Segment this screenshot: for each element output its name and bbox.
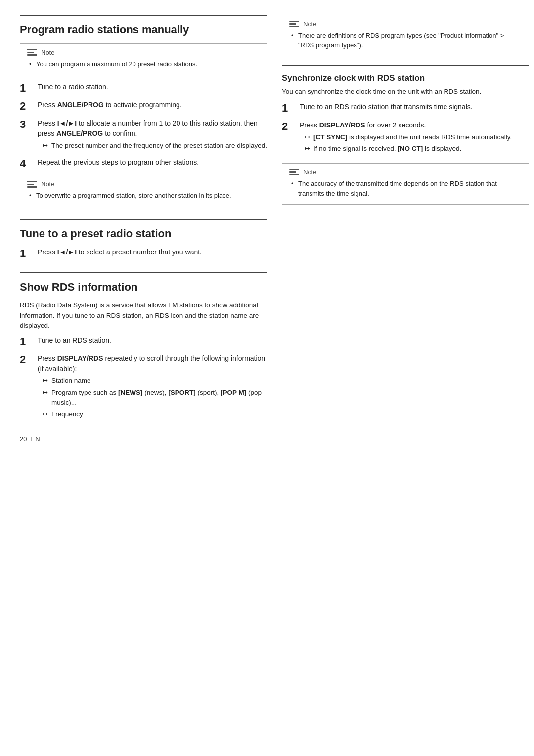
subbullet-1-3-1: The preset number and the frequency of t…	[43, 141, 267, 151]
step-content-sync-2: Press DISPLAY/RDS for over 2 seconds. [C…	[300, 120, 529, 156]
subbullet-list-1-3: The preset number and the frequency of t…	[38, 141, 267, 151]
section-title-program: Program radio stations manually	[20, 23, 267, 37]
subsection-title-sync: Synchronize clock with RDS station	[282, 73, 529, 83]
section-sync: Synchronize clock with RDS station You c…	[282, 65, 529, 205]
step-3-2: 2 Press DISPLAY/RDS repeatedly to scroll…	[20, 353, 267, 420]
note-header-right-1: Note	[289, 20, 522, 28]
step-content-3-1: Tune to an RDS station.	[38, 336, 267, 346]
step-num-1-4: 4	[20, 157, 32, 170]
lang-label: EN	[31, 435, 40, 443]
note-header-1: Note	[27, 49, 260, 56]
note-icon-1	[27, 49, 37, 56]
note-list-2: To overwrite a programmed station, store…	[27, 191, 260, 201]
step-content-sync-1: Tune to an RDS radio station that transm…	[300, 102, 529, 112]
note-header-right-2: Note	[289, 168, 522, 176]
step-content-2-1: Press I◄/►I to select a preset number th…	[38, 247, 267, 257]
note-item-2-1: To overwrite a programmed station, store…	[29, 191, 260, 201]
note-list-1: You can program a maximum of 20 preset r…	[27, 59, 260, 69]
step-num-sync-1: 1	[282, 102, 294, 115]
note-icon-right-2	[289, 169, 299, 176]
subbullet-list-sync-2: [CT SYNC] is displayed and the unit read…	[300, 132, 529, 154]
section-program: Program radio stations manually Note You…	[20, 15, 267, 207]
step-sync-1: 1 Tune to an RDS radio station that tran…	[282, 102, 529, 115]
bold-angle-prog-2: ANGLE/PROG	[56, 129, 103, 137]
right-column: Note There are definitions of RDS progra…	[282, 15, 529, 736]
note-label-1: Note	[41, 49, 54, 56]
note-item-right-1-1: There are definitions of RDS program typ…	[291, 31, 522, 50]
note-label-2: Note	[41, 180, 54, 188]
left-column: Program radio stations manually Note You…	[20, 15, 267, 736]
note-icon-right-1	[289, 21, 299, 28]
subbullet-3-2-2: Program type such as [NEWS] (news), [SPO…	[43, 388, 267, 408]
step-2-1: 1 Press I◄/►I to select a preset number …	[20, 247, 267, 260]
step-text-1-1: Tune to a radio station.	[38, 83, 108, 91]
subbullet-3-2-1: Station name	[43, 376, 267, 386]
bold-ct-sync: [CT SYNC]	[313, 133, 347, 141]
bold-display-rds-1: DISPLAY/RDS	[57, 354, 103, 362]
note-header-2: Note	[27, 180, 260, 188]
section-divider-3	[20, 272, 267, 273]
note-box-2: Note To overwrite a programmed station, …	[20, 175, 267, 207]
note-label-right-1: Note	[303, 20, 316, 28]
bold-news: [NEWS]	[118, 389, 143, 396]
step-3-1: 1 Tune to an RDS station.	[20, 336, 267, 348]
step-sync-2: 2 Press DISPLAY/RDS for over 2 seconds. …	[282, 120, 529, 156]
step-content-1-1: Tune to a radio station.	[38, 82, 267, 92]
step-num-3-2: 2	[20, 353, 32, 366]
step-1-4: 4 Repeat the previous steps to program o…	[20, 157, 267, 170]
subbullet-sync-2-1: [CT SYNC] is displayed and the unit read…	[305, 132, 529, 142]
rds-desc: RDS (Radio Data System) is a service tha…	[20, 300, 267, 331]
bold-prev-next-1: I◄/►I	[57, 119, 77, 127]
step-num-2-1: 1	[20, 247, 32, 260]
section-divider-sync	[282, 65, 529, 66]
sync-desc: You can synchronize the clock time on th…	[282, 87, 529, 97]
section-divider-1	[20, 15, 267, 16]
bold-no-ct: [NO CT]	[398, 145, 423, 152]
section-title-rds: Show RDS information	[20, 280, 267, 294]
section-tune: Tune to a preset radio station 1 Press I…	[20, 219, 267, 260]
note-box-right-1: Note There are definitions of RDS progra…	[282, 15, 529, 56]
step-num-1-1: 1	[20, 82, 32, 95]
step-num-3-1: 1	[20, 336, 32, 348]
step-content-1-3: Press I◄/►I to allocate a number from 1 …	[38, 118, 267, 152]
step-num-1-2: 2	[20, 100, 32, 113]
section-divider-2	[20, 219, 267, 220]
note-label-right-2: Note	[303, 168, 316, 176]
bold-angle-prog-1: ANGLE/PROG	[57, 101, 104, 109]
step-content-3-2: Press DISPLAY/RDS repeatedly to scroll t…	[38, 353, 267, 420]
bold-display-rds-2: DISPLAY/RDS	[319, 121, 365, 129]
note-icon-2	[27, 181, 37, 188]
page: Program radio stations manually Note You…	[0, 0, 534, 756]
section-rds: Show RDS information RDS (Radio Data Sys…	[20, 272, 267, 421]
bold-prev-next-2: I◄/►I	[57, 248, 77, 256]
note-item-right-2-1: The accuracy of the transmitted time dep…	[291, 179, 522, 198]
note-box-1: Note You can program a maximum of 20 pre…	[20, 43, 267, 76]
note-box-right-2: Note The accuracy of the transmitted tim…	[282, 163, 529, 205]
note-list-right-1: There are definitions of RDS program typ…	[289, 31, 522, 50]
note-list-right-2: The accuracy of the transmitted time dep…	[289, 179, 522, 198]
step-1-3: 3 Press I◄/►I to allocate a number from …	[20, 118, 267, 152]
section-title-tune: Tune to a preset radio station	[20, 227, 267, 241]
page-number: 20	[20, 435, 27, 443]
step-num-sync-2: 2	[282, 120, 294, 133]
bold-popm: [POP M]	[221, 389, 246, 396]
page-footer: 20 EN	[20, 435, 267, 443]
subbullet-sync-2-2: If no time signal is received, [NO CT] i…	[305, 144, 529, 154]
step-content-1-4: Repeat the previous steps to program oth…	[38, 157, 267, 168]
subbullet-3-2-3: Frequency	[43, 409, 267, 419]
bold-sport: [SPORT]	[168, 389, 196, 396]
note-item-1-1: You can program a maximum of 20 preset r…	[29, 59, 260, 69]
subbullet-list-3-2: Station name Program type such as [NEWS]…	[38, 376, 267, 419]
step-1-1: 1 Tune to a radio station.	[20, 82, 267, 95]
station-name-label: Station name	[51, 377, 91, 384]
step-1-2: 2 Press ANGLE/PROG to activate programmi…	[20, 100, 267, 113]
step-content-1-2: Press ANGLE/PROG to activate programming…	[38, 100, 267, 110]
step-num-1-3: 3	[20, 118, 32, 131]
